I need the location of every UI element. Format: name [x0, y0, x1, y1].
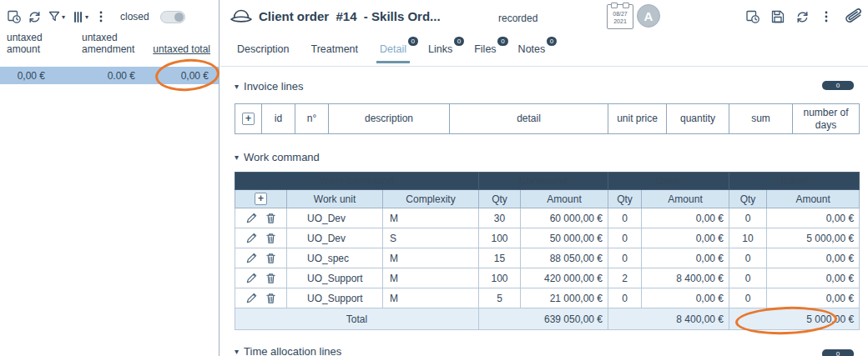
tab-bar: Description Treatment Detail0 Links0 Fil… — [235, 39, 547, 63]
command-amount-cell: 50 000,00 € — [521, 228, 608, 248]
total-row: Total 639 050,00 € 8 400,00 € 5 000,00 € — [235, 308, 860, 330]
complexity-cell: M — [383, 248, 479, 268]
schedule-icon[interactable] — [745, 9, 760, 24]
tab-description[interactable]: Description — [235, 39, 291, 63]
billed-amount-cell: 0,00 € — [767, 248, 860, 268]
edit-icon[interactable] — [245, 272, 258, 284]
refresh-icon[interactable] — [795, 10, 810, 24]
invoice-lines-count-badge: 0 — [822, 81, 854, 90]
done-qty-cell: 0 — [608, 288, 642, 308]
section-title: Work command — [244, 151, 320, 163]
avatar[interactable]: A — [637, 4, 660, 28]
selected-list-row[interactable]: 0,00 € 0.00 € 0,00 € — [0, 67, 219, 84]
complexity-cell: S — [383, 228, 479, 248]
command-qty-cell: 30 — [479, 208, 521, 228]
billed-amount-cell: 0,00 € — [767, 288, 860, 308]
edit-icon[interactable] — [245, 212, 258, 224]
group-billed: Billed — [729, 173, 860, 190]
invoice-header-sum: sum — [729, 104, 793, 134]
table-row: UO_Support M 100 420 000,00 € 2 8 400,00… — [235, 268, 860, 288]
more-options-icon[interactable] — [820, 10, 833, 23]
tab-treatment[interactable]: Treatment — [310, 39, 361, 63]
done-amount-cell: 0,00 € — [642, 288, 729, 308]
invoice-lines-table: + id n° description detail unit price qu… — [235, 103, 860, 134]
invoice-header-quantity: quantity — [667, 104, 729, 134]
date-value: 08/27 — [608, 10, 633, 18]
header-cmd-qty: Qty — [479, 190, 521, 208]
done-amount-cell: 0,00 € — [642, 208, 729, 228]
delete-icon[interactable] — [265, 232, 277, 244]
delete-icon[interactable] — [265, 272, 277, 284]
total-done-amount: 8 400,00 € — [608, 308, 729, 330]
section-work-command[interactable]: ▾ Work command — [235, 151, 320, 163]
section-bottom-partial[interactable]: ▾ Time allocation lines — [235, 345, 341, 356]
edit-icon[interactable] — [245, 232, 258, 244]
columns-icon[interactable]: ▾ — [71, 10, 88, 23]
header-work-unit: Work unit — [287, 190, 383, 208]
billed-qty-cell: 0 — [729, 208, 767, 228]
closed-toggle[interactable] — [160, 11, 185, 23]
delete-icon[interactable] — [265, 252, 277, 264]
collapse-triangle-icon: ▾ — [235, 153, 239, 162]
tab-count-badge: 0 — [547, 37, 557, 46]
command-amount-cell: 420 000,00 € — [521, 268, 608, 288]
client-order-hat-icon — [229, 6, 254, 26]
untaxed-amendment-value: 0.00 € — [73, 70, 147, 82]
left-list-panel: ▾ ▾ closed untaxed amount untaxed amendm… — [0, 0, 220, 356]
table-row: UO_spec M 15 88 050,00 € 0 0,00 € 0 0,00… — [235, 248, 860, 268]
command-qty-cell: 5 — [479, 288, 521, 308]
tab-links[interactable]: Links0 — [426, 39, 454, 63]
edit-icon[interactable] — [245, 252, 258, 264]
work-unit-cell: UO_Support — [287, 268, 383, 288]
command-qty-cell: 15 — [479, 248, 521, 268]
more-options-icon[interactable] — [94, 10, 108, 23]
total-command-amount: 639 050,00 € — [479, 308, 608, 330]
invoice-header-unit-price: unit price — [608, 104, 667, 134]
refresh-icon[interactable] — [28, 10, 42, 24]
invoice-header-id: id — [262, 104, 295, 134]
command-qty-cell: 100 — [479, 228, 521, 248]
column-header-untaxed-total[interactable]: untaxed total — [147, 43, 219, 57]
tab-detail[interactable]: Detail0 — [378, 39, 408, 63]
work-unit-cell: UO_Support — [287, 288, 383, 308]
done-qty-cell: 0 — [608, 228, 642, 248]
chevron-down-icon: ▾ — [85, 13, 88, 21]
tab-files[interactable]: Files0 — [472, 39, 497, 63]
date-picker-widget[interactable]: 08/27 2021 — [607, 4, 633, 29]
done-amount-cell: 0,00 € — [642, 228, 729, 248]
table-row: UO_Dev M 30 60 000,00 € 0 0,00 € 0 0,00 … — [235, 208, 860, 228]
section-invoice-lines[interactable]: ▾ Invoice lines — [235, 80, 304, 93]
header-complexity: Complexity — [383, 190, 479, 208]
filter-icon[interactable]: ▾ — [48, 10, 65, 23]
column-header-untaxed-amendment[interactable]: untaxed amendment — [73, 32, 147, 58]
work-unit-cell: UO_Dev — [287, 208, 383, 228]
delete-icon[interactable] — [265, 292, 277, 304]
delete-icon[interactable] — [265, 212, 277, 224]
section-title: Invoice lines — [244, 80, 304, 93]
tab-notes[interactable]: Notes0 — [517, 39, 548, 63]
attachment-icon[interactable] — [841, 5, 865, 28]
collapse-triangle-icon: ▾ — [235, 83, 239, 91]
schedule-icon[interactable] — [7, 9, 22, 24]
billed-qty-cell: 10 — [729, 228, 767, 248]
header-done-amount: Amount — [642, 190, 729, 208]
invoice-header-number-of-days: number of days — [793, 104, 860, 134]
done-qty-cell: 0 — [608, 208, 642, 228]
year-value: 2021 — [608, 18, 633, 25]
left-toolbar: ▾ ▾ closed — [7, 9, 185, 24]
edit-icon[interactable] — [245, 292, 258, 304]
total-label: Total — [235, 308, 479, 330]
save-icon[interactable] — [770, 9, 785, 24]
add-invoice-line-button[interactable]: + — [242, 113, 255, 125]
column-header-untaxed-amount[interactable]: untaxed amount — [0, 32, 73, 58]
header-cmd-amount: Amount — [521, 190, 608, 208]
header-action-icons — [745, 7, 863, 27]
command-amount-cell: 21 000,00 € — [521, 288, 608, 308]
app-root: { "colors": { "accent_dark": "#324a5f", … — [0, 0, 868, 356]
tab-count-badge: 0 — [454, 37, 464, 46]
group-work-command: Work command — [235, 173, 479, 190]
list-column-headers: untaxed amount untaxed amendment untaxed… — [0, 32, 219, 58]
group-header-row: Work command Command Done Billed — [235, 173, 860, 190]
billed-qty-cell: 0 — [729, 268, 767, 288]
add-work-command-button[interactable]: + — [255, 193, 267, 205]
